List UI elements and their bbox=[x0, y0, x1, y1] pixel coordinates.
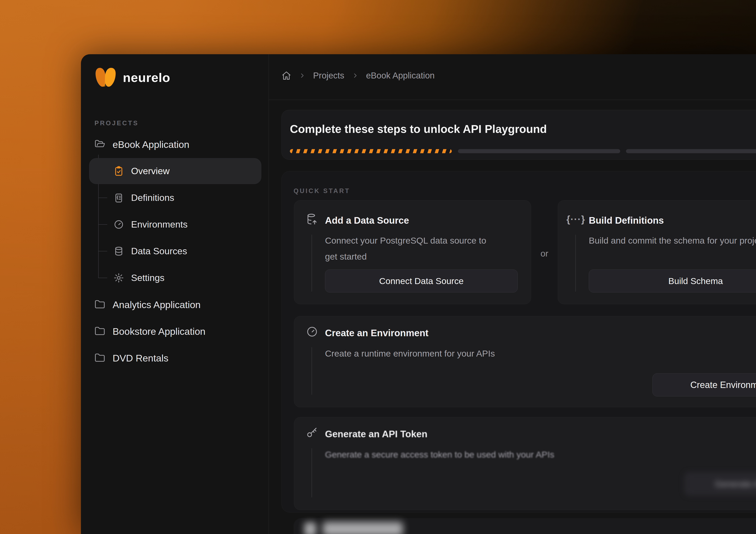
chevron-right-icon bbox=[299, 72, 305, 79]
breadcrumb: Projects eBook Application bbox=[282, 69, 435, 82]
card-description: Create a runtime environment for your AP… bbox=[325, 345, 756, 361]
gear-icon bbox=[113, 273, 124, 283]
create-environment-button[interactable]: Create Environment bbox=[653, 373, 756, 396]
app-window: neurelo PROJECTS eBook Application bbox=[81, 54, 756, 534]
braces-icon: {···} bbox=[569, 213, 582, 226]
header-divider bbox=[269, 100, 756, 100]
card-step-line bbox=[311, 448, 312, 497]
unlock-banner-title: Complete these steps to unlock API Playg… bbox=[290, 122, 547, 136]
sidebar-item-definitions[interactable]: Definitions bbox=[113, 188, 174, 208]
card-create-environment: Create an Environment Create a runtime e… bbox=[294, 316, 756, 407]
tree-connector bbox=[98, 224, 107, 225]
card-generate-api-token: Generate an API Token Generate a secure … bbox=[294, 417, 756, 510]
card-step-line bbox=[311, 234, 312, 292]
screenshot-stage: neurelo PROJECTS eBook Application bbox=[0, 0, 756, 534]
card-description: Build and commit the schema for your pro… bbox=[589, 232, 756, 249]
brand-logo[interactable]: neurelo bbox=[94, 67, 170, 88]
brand-logo-text: neurelo bbox=[123, 70, 170, 85]
database-up-icon bbox=[306, 213, 318, 226]
folder-icon bbox=[94, 326, 106, 336]
sidebar-item-ebook-application[interactable]: eBook Application bbox=[94, 134, 189, 155]
generate-api-token-button[interactable]: Generate API Token bbox=[685, 472, 756, 495]
sidebar-item-label: eBook Application bbox=[113, 139, 189, 150]
sidebar-divider bbox=[268, 54, 269, 534]
sidebar-item-bookstore-application[interactable]: Bookstore Application bbox=[94, 321, 205, 341]
sidebar-item-dvd-rentals[interactable]: DVD Rentals bbox=[94, 348, 169, 368]
chevron-right-icon bbox=[352, 72, 358, 79]
card-step-line bbox=[575, 234, 576, 292]
card-description: Generate a secure access token to be use… bbox=[325, 446, 756, 463]
neurelo-logo-icon bbox=[94, 67, 117, 88]
gauge-icon bbox=[113, 219, 124, 230]
tree-connector bbox=[98, 198, 107, 198]
gauge-icon bbox=[306, 325, 318, 338]
card-step-line bbox=[311, 347, 312, 395]
build-schema-button[interactable]: Build Schema bbox=[589, 269, 756, 292]
folder-open-icon bbox=[94, 139, 106, 150]
sidebar-item-label: Bookstore Application bbox=[113, 326, 205, 337]
folder-icon bbox=[94, 299, 106, 310]
tree-connector bbox=[98, 278, 107, 278]
card-description: Connect your PostgreSQL data source to g… bbox=[325, 232, 489, 265]
clipboard-check-icon bbox=[113, 166, 124, 176]
unlock-banner: Complete these steps to unlock API Playg… bbox=[282, 110, 756, 160]
progress-segment-empty bbox=[626, 149, 756, 153]
sidebar-item-label: Overview bbox=[131, 166, 170, 176]
sidebar-item-label: Settings bbox=[131, 273, 165, 283]
progress-segment-completed bbox=[290, 149, 452, 153]
card-title: Generate an API Token bbox=[325, 428, 427, 440]
card-title: Add a Data Source bbox=[325, 215, 409, 226]
sidebar-item-label: DVD Rentals bbox=[113, 353, 169, 364]
sidebar-item-overview[interactable]: Overview bbox=[113, 161, 170, 181]
quick-start-label: QUICK START bbox=[294, 187, 350, 195]
or-label: or bbox=[533, 249, 556, 258]
tree-connector bbox=[98, 251, 107, 252]
sidebar-item-environments[interactable]: Environments bbox=[113, 214, 188, 235]
home-icon[interactable] bbox=[282, 71, 291, 81]
card-title: Build Definitions bbox=[589, 215, 664, 226]
quick-start-section: QUICK START Add a Data Source Connect yo… bbox=[282, 171, 756, 512]
card-title: Create an Environment bbox=[325, 327, 428, 338]
sidebar-item-settings[interactable]: Settings bbox=[113, 268, 165, 288]
clipboard-code-icon bbox=[113, 193, 124, 203]
sidebar-section-label-projects: PROJECTS bbox=[94, 120, 139, 127]
blurred-icon bbox=[304, 522, 316, 534]
sidebar-item-analytics-application[interactable]: Analytics Application bbox=[94, 294, 201, 315]
sidebar-item-label: Analytics Application bbox=[113, 299, 201, 310]
sidebar-item-label: Data Sources bbox=[131, 246, 187, 256]
progress-segment-empty bbox=[458, 149, 620, 153]
breadcrumb-ebook-application[interactable]: eBook Application bbox=[366, 71, 435, 81]
key-icon bbox=[306, 426, 318, 439]
blurred-section-title bbox=[323, 522, 403, 534]
database-icon bbox=[113, 246, 124, 256]
sidebar-item-label: Environments bbox=[131, 219, 188, 230]
locked-section-card bbox=[294, 519, 756, 534]
connect-data-source-button[interactable]: Connect Data Source bbox=[325, 269, 518, 292]
breadcrumb-projects[interactable]: Projects bbox=[313, 71, 344, 81]
card-add-data-source: Add a Data Source Connect your PostgreSQ… bbox=[294, 200, 531, 304]
card-build-definitions: {···} Build Definitions Build and commit… bbox=[558, 200, 756, 304]
sidebar-item-label: Definitions bbox=[131, 193, 174, 203]
folder-icon bbox=[94, 353, 106, 363]
sidebar-item-data-sources[interactable]: Data Sources bbox=[113, 241, 187, 261]
